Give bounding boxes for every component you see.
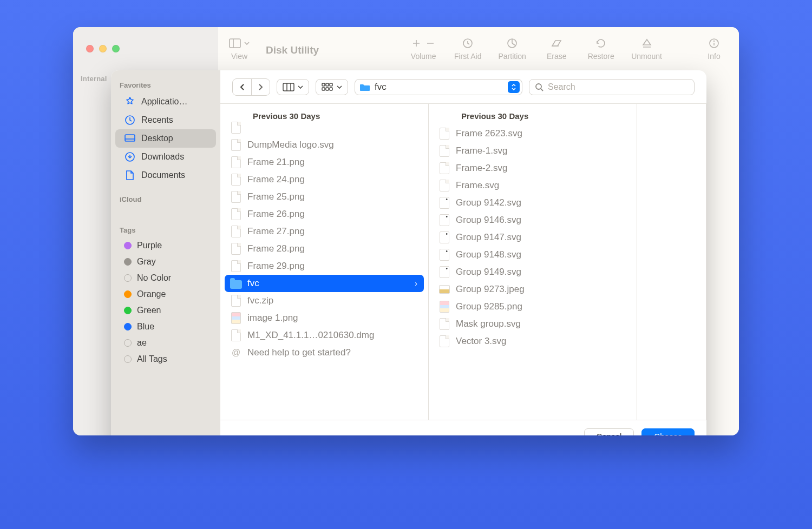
toolbar-unmount[interactable]: Unmount bbox=[631, 37, 662, 61]
tag-item[interactable]: All Tags bbox=[115, 351, 216, 367]
tag-item[interactable]: ae bbox=[115, 335, 216, 351]
sidebar-item-documents[interactable]: Documents bbox=[115, 166, 216, 184]
icloud-heading: iCloud bbox=[111, 192, 220, 207]
toolbar-info-label: Info bbox=[708, 52, 720, 61]
file-row[interactable]: fvc.zip bbox=[220, 292, 428, 309]
sidebar-item-desktop[interactable]: Desktop bbox=[115, 129, 216, 148]
tag-item[interactable]: Gray bbox=[115, 254, 216, 270]
toolbar-info[interactable]: Info bbox=[700, 37, 728, 61]
toolbar-view[interactable]: View bbox=[229, 37, 250, 61]
sidebar-item-recents[interactable]: Recents bbox=[115, 111, 216, 129]
view-columns-button[interactable] bbox=[277, 79, 309, 95]
file-name: Frame 24.png bbox=[247, 174, 305, 185]
file-name: Frame-2.svg bbox=[456, 163, 507, 174]
file-row[interactable]: Group 9149.svg bbox=[429, 263, 637, 281]
file-row[interactable]: image 1.png bbox=[220, 309, 428, 327]
svg-line-29 bbox=[541, 89, 543, 91]
column-browser: Previous 30 Days DumpMedia logo.svgFrame… bbox=[220, 104, 706, 420]
file-row[interactable]: Group 9273.jpeg bbox=[429, 281, 637, 298]
file-row[interactable]: Group 9146.svg bbox=[429, 211, 637, 229]
tag-item[interactable]: Orange bbox=[115, 286, 216, 302]
file-row[interactable]: Frame 25.png bbox=[220, 188, 428, 206]
file-row[interactable]: Frame-1.svg bbox=[429, 142, 637, 160]
tag-dot-icon bbox=[124, 258, 132, 266]
group-by-button[interactable] bbox=[316, 79, 348, 95]
column-2[interactable]: Previous 30 Days Frame 2623.svgFrame-1.s… bbox=[429, 104, 637, 420]
file-row[interactable]: Group 9285.png bbox=[429, 298, 637, 315]
file-icon bbox=[438, 180, 450, 191]
tag-dot-icon bbox=[124, 355, 132, 363]
column-1[interactable]: Previous 30 Days DumpMedia logo.svgFrame… bbox=[220, 104, 429, 420]
toolbar-first-aid[interactable]: First Aid bbox=[454, 37, 482, 61]
tag-label: Blue bbox=[137, 322, 154, 332]
file-row[interactable]: Frame 27.png bbox=[220, 223, 428, 240]
tag-item[interactable]: No Color bbox=[115, 270, 216, 286]
toolbar-erase[interactable]: Erase bbox=[542, 37, 571, 61]
file-name: Need help to get started? bbox=[247, 347, 351, 358]
file-row[interactable]: Group 9142.svg bbox=[429, 194, 637, 211]
file-name: Frame 28.png bbox=[247, 243, 305, 254]
file-row[interactable]: @Need help to get started? bbox=[220, 344, 428, 361]
svg-point-14 bbox=[714, 41, 715, 42]
file-row[interactable]: Frame 29.png bbox=[220, 257, 428, 275]
document-icon bbox=[124, 169, 136, 181]
zoom-window-icon[interactable] bbox=[112, 45, 120, 52]
tag-label: No Color bbox=[137, 273, 171, 283]
file-row[interactable]: Frame.svg bbox=[429, 177, 637, 194]
file-row[interactable]: DumpMedia logo.svg bbox=[220, 136, 428, 154]
file-row[interactable]: M1_XD_41.1.1…0210630.dmg bbox=[220, 327, 428, 344]
file-icon bbox=[230, 156, 242, 168]
file-row[interactable]: Group 9147.svg bbox=[429, 229, 637, 246]
tag-item[interactable]: Purple bbox=[115, 237, 216, 254]
file-icon bbox=[230, 122, 242, 134]
sidebar-item-label: Documents bbox=[141, 170, 185, 180]
back-button[interactable] bbox=[233, 79, 251, 95]
file-row[interactable]: Mask group.svg bbox=[429, 315, 637, 333]
file-row[interactable]: Frame 26.png bbox=[220, 206, 428, 223]
minimize-window-icon[interactable] bbox=[99, 45, 107, 52]
tag-label: Orange bbox=[137, 289, 166, 299]
window-controls bbox=[86, 45, 120, 52]
tag-dot-icon bbox=[124, 290, 132, 298]
desktop-icon bbox=[124, 133, 136, 144]
tag-item[interactable]: Green bbox=[115, 302, 216, 319]
svg-rect-26 bbox=[326, 88, 329, 90]
search-field[interactable] bbox=[529, 79, 695, 95]
file-row[interactable]: Group 9148.svg bbox=[429, 246, 637, 263]
close-window-icon[interactable] bbox=[86, 45, 94, 52]
path-control[interactable]: fvc bbox=[355, 79, 522, 95]
path-stepper-icon[interactable] bbox=[508, 81, 520, 93]
toolbar-restore[interactable]: Restore bbox=[587, 37, 615, 61]
tag-dot-icon bbox=[124, 242, 132, 249]
toolbar-volume[interactable]: Volume bbox=[409, 37, 437, 61]
cancel-button[interactable]: Cancel bbox=[584, 428, 634, 436]
svg-rect-24 bbox=[330, 83, 332, 86]
file-row-clipped[interactable] bbox=[220, 122, 428, 136]
file-icon bbox=[438, 266, 450, 278]
file-row[interactable]: Frame 2623.svg bbox=[429, 125, 637, 142]
sidebar-item-downloads[interactable]: Downloads bbox=[115, 148, 216, 166]
file-row[interactable]: Frame-2.svg bbox=[429, 160, 637, 177]
open-file-dialog: Favorites Applicatio…RecentsDesktopDownl… bbox=[111, 70, 706, 435]
sidebar-item-applications[interactable]: Applicatio… bbox=[115, 92, 216, 111]
forward-button[interactable] bbox=[251, 79, 270, 95]
tag-item[interactable]: Blue bbox=[115, 319, 216, 335]
sidebar-item-label: Downloads bbox=[141, 152, 184, 162]
file-icon bbox=[438, 232, 450, 243]
file-icon bbox=[230, 226, 242, 237]
nav-buttons bbox=[232, 78, 270, 96]
file-icon bbox=[230, 312, 242, 324]
toolbar-partition[interactable]: Partition bbox=[498, 37, 526, 61]
file-row[interactable]: Frame 21.png bbox=[220, 154, 428, 171]
folder-row[interactable]: fvc› bbox=[225, 275, 424, 292]
choose-button[interactable]: Choose bbox=[641, 428, 695, 436]
file-row[interactable]: Vector 3.svg bbox=[429, 333, 637, 350]
file-icon: @ bbox=[230, 347, 242, 359]
svg-point-28 bbox=[536, 84, 541, 89]
file-name: image 1.png bbox=[247, 313, 298, 323]
file-row[interactable]: Frame 28.png bbox=[220, 240, 428, 257]
search-input[interactable] bbox=[548, 82, 689, 92]
appstore-icon bbox=[124, 96, 136, 108]
tag-label: Green bbox=[137, 306, 161, 315]
file-row[interactable]: Frame 24.png bbox=[220, 171, 428, 188]
